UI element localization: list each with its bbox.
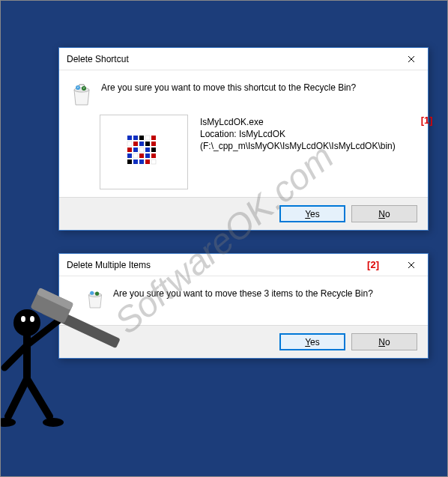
svg-point-2	[82, 86, 86, 91]
svg-rect-20	[133, 154, 138, 158]
annotation-marker: [1]	[421, 115, 433, 126]
svg-rect-7	[145, 136, 150, 140]
item-path: (F:\_cpp_m\IsMyOK\IsMyLcdOK\IsMyLcdOK\bi…	[200, 140, 396, 152]
item-location: Location: IsMyLcdOK	[200, 128, 396, 140]
svg-point-33	[21, 316, 25, 322]
no-label-rest: o	[385, 337, 390, 347]
svg-rect-12	[145, 142, 150, 146]
svg-rect-19	[127, 154, 132, 158]
svg-rect-25	[133, 159, 138, 164]
svg-rect-10	[133, 142, 138, 146]
close-button[interactable]	[394, 254, 428, 276]
close-icon	[408, 53, 415, 65]
yes-label-rest: es	[310, 209, 320, 219]
svg-rect-22	[145, 154, 150, 158]
svg-rect-9	[127, 142, 132, 146]
svg-point-1	[76, 85, 80, 90]
recycle-bin-icon	[71, 82, 92, 109]
no-button[interactable]: No	[351, 205, 417, 222]
item-details: IsMyLcdOK.exe Location: IsMyLcdOK (F:\_c…	[200, 115, 396, 153]
close-icon	[408, 259, 415, 271]
recycle-bin-icon	[86, 288, 104, 312]
delete-shortcut-dialog: Delete Shortcut Are you sure you want to…	[58, 47, 429, 231]
item-name: IsMyLcdOK.exe	[200, 116, 396, 128]
svg-rect-16	[139, 148, 144, 152]
svg-rect-27	[145, 159, 150, 164]
svg-point-32	[13, 309, 40, 336]
svg-rect-6	[139, 136, 144, 140]
svg-rect-24	[127, 159, 132, 164]
annotation-marker: [2]	[367, 259, 379, 270]
svg-point-30	[90, 291, 94, 295]
svg-rect-15	[133, 148, 138, 152]
svg-rect-28	[151, 159, 156, 164]
svg-point-35	[0, 418, 16, 427]
svg-rect-18	[151, 148, 156, 152]
svg-point-34	[30, 316, 34, 322]
svg-rect-17	[145, 148, 150, 152]
svg-rect-4	[127, 136, 132, 140]
prompt-text: Are you sure you want to move this short…	[101, 81, 356, 93]
yes-label-rest: es	[310, 337, 320, 347]
item-thumbnail	[100, 115, 188, 189]
svg-rect-23	[151, 154, 156, 158]
svg-rect-11	[139, 142, 144, 146]
no-label-rest: o	[385, 209, 390, 219]
dialog-content: Are you sure you want to move these 3 it…	[59, 276, 428, 325]
svg-rect-13	[151, 142, 156, 146]
button-row: Yes No	[59, 325, 428, 358]
delete-multiple-dialog: Delete Multiple Items [2] Are you sure y…	[58, 253, 429, 359]
svg-point-31	[95, 292, 99, 296]
yes-button[interactable]: Yes	[279, 333, 345, 350]
svg-rect-26	[139, 159, 144, 164]
lcd-pixel-icon	[126, 134, 162, 170]
yes-button[interactable]: Yes	[279, 205, 345, 222]
prompt-text: Are you sure you want to move these 3 it…	[113, 287, 373, 299]
svg-rect-8	[151, 136, 156, 140]
titlebar[interactable]: Delete Multiple Items [2]	[59, 254, 428, 276]
svg-point-36	[43, 418, 64, 427]
dialog-content: Are you sure you want to move this short…	[59, 70, 428, 197]
close-button[interactable]	[394, 48, 428, 70]
svg-rect-21	[139, 154, 144, 158]
titlebar[interactable]: Delete Shortcut	[59, 48, 428, 70]
dialog-title: Delete Shortcut	[67, 54, 394, 64]
svg-rect-5	[133, 136, 138, 140]
no-button[interactable]: No	[351, 333, 417, 350]
dialog-title: Delete Multiple Items	[67, 260, 367, 270]
button-row: Yes No	[59, 197, 428, 230]
svg-rect-14	[127, 148, 132, 152]
